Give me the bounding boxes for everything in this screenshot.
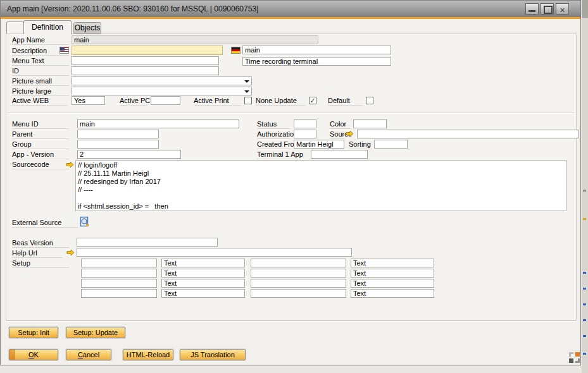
screenshot-root: App main [Version: 2020.11.00.06 SBO: 93… (0, 0, 588, 373)
parent-dropdown[interactable] (77, 130, 159, 138)
default-checkbox[interactable] (366, 97, 373, 104)
none-update-checkbox[interactable]: ✓ (309, 97, 316, 104)
js-translation-button[interactable]: JS Translation (180, 349, 246, 360)
close-button[interactable]: ✕ (556, 3, 569, 15)
setup-value1-input[interactable] (81, 289, 157, 298)
active-print-label: Active Print (194, 97, 241, 106)
setup-type1-dropdown[interactable]: Text (161, 269, 245, 278)
app-version-label: App - Version (12, 150, 69, 159)
link-arrow-icon[interactable] (346, 130, 354, 137)
background-window-titlebar-fragment (582, 0, 588, 18)
active-pc-dropdown[interactable] (151, 96, 180, 105)
maximize-button[interactable] (541, 3, 554, 15)
sourcecode-textarea[interactable]: // login/logoff // 25.11.11 Martin Heigl… (75, 160, 566, 211)
dropdown-arrow-icon (244, 80, 249, 83)
created-from-input[interactable]: Martin Heigl (294, 140, 344, 149)
source-label: Source (330, 130, 345, 139)
footer-divider (6, 321, 576, 322)
menu-text-label: Menu Text (12, 57, 69, 66)
active-print-checkbox[interactable] (244, 97, 252, 104)
setup-init-button[interactable]: Setup: Init (9, 327, 58, 338)
link-arrow-icon[interactable] (66, 249, 75, 256)
menu-text-en-input[interactable] (72, 56, 219, 65)
accent-line (1, 17, 580, 19)
default-button-indicator (9, 350, 15, 360)
menu-id-label: Menu ID (12, 120, 69, 129)
help-url-label: Help Url (12, 249, 63, 258)
setup-type2-dropdown[interactable]: Text (351, 289, 434, 298)
parent-label: Parent (12, 130, 69, 139)
window-title: App main [Version: 2020.11.00.06 SBO: 93… (7, 4, 258, 13)
setup-update-button[interactable]: Setup: Update (66, 327, 125, 338)
resize-grip-icon[interactable] (569, 352, 580, 363)
link-arrow-icon[interactable] (66, 161, 74, 168)
group-label: Group (12, 140, 69, 149)
status-dropdown[interactable] (294, 119, 316, 128)
terminal1-app-label: Terminal 1 App (257, 150, 301, 159)
color-dropdown[interactable] (353, 119, 387, 128)
tab-stub (6, 21, 24, 34)
external-source-preview-icon[interactable] (80, 216, 89, 228)
app-name-field: main (72, 35, 318, 44)
section-divider (6, 113, 576, 114)
color-label: Color (330, 120, 351, 129)
setup-value1-input[interactable] (81, 269, 157, 278)
setup-type2-dropdown[interactable]: Text (351, 269, 434, 278)
app-name-label: App Name (12, 36, 69, 45)
sourcecode-label: Sourcecode (12, 161, 69, 169)
setup-value1-input[interactable] (81, 279, 157, 288)
default-label: Default (328, 97, 363, 106)
id-label: ID (12, 67, 69, 76)
source-input[interactable] (357, 130, 579, 138)
setup-type1-dropdown[interactable]: Text (161, 289, 245, 298)
description-en-input[interactable] (72, 46, 223, 55)
status-label: Status (257, 120, 291, 129)
terminal1-app-dropdown[interactable] (311, 150, 368, 159)
desktop-strip (0, 365, 582, 373)
us-flag-icon (59, 47, 69, 54)
maximize-icon (544, 6, 553, 14)
active-web-dropdown[interactable]: Yes (72, 96, 105, 105)
setup-value1-input[interactable] (81, 259, 157, 267)
active-web-label: Active WEB (12, 97, 68, 106)
active-pc-label: Active PC (120, 97, 147, 106)
sourcecode-text: // login/logoff // 25.11.11 Martin Heigl… (76, 161, 566, 211)
none-update-label: None Update (256, 97, 306, 106)
setup-type1-dropdown[interactable]: Text (161, 259, 245, 267)
app-main-dialog: App main [Version: 2020.11.00.06 SBO: 93… (0, 0, 581, 365)
picture-small-dropdown[interactable] (72, 76, 252, 85)
minimize-button[interactable] (525, 3, 539, 15)
title-bar[interactable]: App main [Version: 2020.11.00.06 SBO: 93… (1, 1, 580, 17)
close-icon: ✕ (560, 6, 565, 14)
ok-button[interactable]: OK (9, 349, 58, 360)
picture-large-dropdown[interactable] (72, 87, 252, 95)
tab-definition[interactable]: Definition (23, 20, 72, 34)
cancel-button[interactable]: Cancel (66, 349, 111, 360)
authorization-dropdown[interactable] (294, 130, 316, 138)
setup-type2-dropdown[interactable]: Text (351, 279, 434, 288)
beas-version-input[interactable] (77, 238, 218, 247)
app-version-input[interactable]: 2 (77, 150, 181, 159)
setup-value2-input[interactable] (251, 269, 346, 278)
created-from-label: Created From (257, 140, 291, 149)
setup-value2-input[interactable] (251, 289, 346, 298)
sorting-input[interactable] (374, 140, 408, 149)
menu-id-input[interactable]: main (77, 119, 239, 128)
beas-version-label: Beas Version (12, 239, 69, 248)
menu-text-de-input[interactable]: Time recording terminal (242, 57, 391, 66)
sorting-label: Sorting (349, 140, 372, 149)
setup-type2-dropdown[interactable]: Text (351, 259, 434, 267)
external-source-label: External Source (12, 219, 78, 228)
german-flag-icon (231, 47, 241, 54)
tab-objects[interactable]: Objects (73, 22, 101, 34)
setup-type1-dropdown[interactable]: Text (161, 279, 245, 288)
html-reload-button[interactable]: HTML-Reload (123, 349, 173, 360)
description-de-input[interactable]: main (242, 46, 391, 54)
setup-label: Setup (12, 259, 69, 268)
minimize-icon (529, 10, 535, 12)
setup-value2-input[interactable] (251, 279, 346, 288)
group-dropdown[interactable] (77, 140, 159, 149)
help-url-input[interactable] (77, 248, 352, 257)
id-input[interactable] (72, 66, 219, 75)
setup-value2-input[interactable] (251, 259, 346, 267)
